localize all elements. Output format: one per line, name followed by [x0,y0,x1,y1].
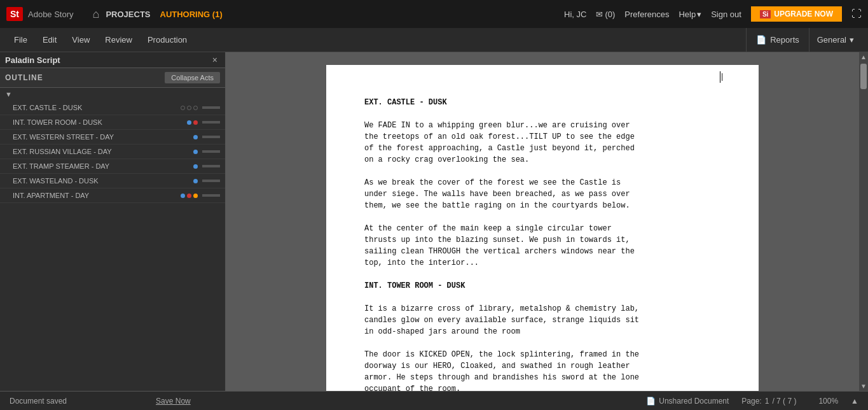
script-page[interactable]: | EXT. CASTLE - DUSK We FADE IN to a whi… [326,65,759,391]
unshared-area: 📄 Unshared Document [646,397,729,406]
outline-item-5[interactable]: EXT. WASTELAND - DUSK [0,174,225,188]
home-icon[interactable]: ⌂ [93,8,100,21]
bar-indicator [202,121,220,124]
outline-item-4[interactable]: EXT. TRAMP STEAMER - DAY [0,159,225,174]
document-saved-label: Document saved [10,397,67,406]
save-now-link[interactable]: Save Now [156,397,191,406]
outline-item-1[interactable]: INT. TOWER ROOM - DUSK [0,115,225,130]
logo-box: St [6,7,23,21]
mail-area[interactable]: ✉ (0) [596,10,615,19]
script-action-2: At the center of the main keep a single … [364,223,720,269]
sidebar-title: Paladin Script [5,55,60,65]
page-info: Page: 1 / 7 ( 7 ) [741,397,796,406]
outline-group-arrow: ▼ [0,88,225,101]
dot-blue-6 [181,194,185,198]
content-area: Paladin Script × OUTLINE Collapse Acts ▼… [0,52,868,391]
script-scene-heading-1: INT. TOWER ROOM - DUSK [364,280,720,292]
script-action-0: We FADE IN to a whipping green blur...we… [364,120,720,166]
dot-red-1 [193,120,198,125]
dot-empty [181,106,185,110]
dot-blue-1 [187,120,191,125]
scrollbar-thumb[interactable] [860,64,867,89]
outline-title: OUTLINE [5,73,43,82]
fullscreen-icon[interactable]: ⛶ [851,8,862,20]
menu-review[interactable]: Review [97,28,140,52]
collapse-acts-button[interactable]: Collapse Acts [165,72,220,83]
general-chevron-icon: ▾ [850,35,854,45]
sidebar-header: Paladin Script × [0,52,225,68]
logo-area: St Adobe Story [6,7,74,21]
menu-file[interactable]: File [6,28,35,52]
top-nav-right: Hi, JC ✉ (0) Preferences Help ▾ Sign out… [564,6,862,22]
script-action-1: As we break the cover of the forest we s… [364,177,720,211]
menu-edit[interactable]: Edit [35,28,64,52]
page-total: / 7 ( 7 ) [772,397,796,406]
sidebar: Paladin Script × OUTLINE Collapse Acts ▼… [0,52,226,391]
scrollbar-up-arrow[interactable]: ▲ [860,53,867,60]
outline-item-label-0: EXT. CASTLE - DUSK [13,104,82,111]
bar-indicator [202,180,220,182]
script-scrollbar[interactable]: ▲ ▼ [859,52,868,391]
upgrade-si-icon: Si [760,10,771,18]
reports-button[interactable]: 📄 Reports [746,28,809,52]
cursor: | [720,71,720,83]
bar-indicator [202,150,220,153]
dot-blue-5 [193,179,198,183]
status-bar: Document saved Save Now 📄 Unshared Docum… [0,391,868,410]
zoom-up-icon[interactable]: ▲ [851,397,858,406]
top-nav: St Adobe Story ⌂ PROJECTS AUTHORING (1) … [0,0,868,28]
dot-empty [193,106,198,110]
projects-link[interactable]: PROJECTS [106,10,150,19]
outline-header: OUTLINE Collapse Acts [0,68,225,88]
menu-view[interactable]: View [64,28,97,52]
sidebar-close-button[interactable]: × [210,55,220,65]
greeting: Hi, JC [564,10,586,19]
script-area[interactable]: | EXT. CASTLE - DUSK We FADE IN to a whi… [226,52,859,391]
outline-item-label-2: EXT. WESTERN STREET - DAY [13,133,114,141]
page-number: 1 [765,397,769,406]
outline-item-label-6: INT. APARTMENT - DAY [13,192,89,199]
outline-item-3[interactable]: EXT. RUSSIAN VILLAGE - DAY [0,145,225,159]
general-dropdown[interactable]: General ▾ [809,28,862,52]
page-label: Page: [741,397,761,406]
bar-indicator [202,194,220,197]
outline-item-label-4: EXT. TRAMP STEAMER - DAY [13,162,109,170]
bar-indicator [202,106,220,109]
signout-link[interactable]: Sign out [711,10,741,19]
outline-item-6[interactable]: INT. APARTMENT - DAY [0,188,225,203]
outline-item-2[interactable]: EXT. WESTERN STREET - DAY [0,130,225,145]
menu-production[interactable]: Production [140,28,195,52]
outline-list: ▼ EXT. CASTLE - DUSK INT. TOWER ROOM - D… [0,88,225,391]
app-name: Adobe Story [28,10,74,19]
upgrade-button[interactable]: Si UPGRADE NOW [751,6,842,22]
dot-red-6 [187,194,191,198]
dot-blue-3 [193,150,198,154]
outline-item-label-3: EXT. RUSSIAN VILLAGE - DAY [13,148,112,155]
reports-doc-icon: 📄 [756,35,766,45]
outline-item-label-5: EXT. WASTELAND - DUSK [13,177,99,185]
dot-orange-6 [193,194,198,198]
dot-blue-2 [193,135,198,139]
outline-item-label-1: INT. TOWER ROOM - DUSK [13,118,102,126]
unshared-doc-icon: 📄 [646,397,656,406]
dot-blue-4 [193,164,198,169]
zoom-level: 100% [818,397,838,406]
script-action-4: The door is KICKED OPEN, the lock splint… [364,349,720,391]
preferences-link[interactable]: Preferences [624,10,669,19]
authoring-link[interactable]: AUTHORING (1) [160,10,223,19]
help-chevron-icon: ▾ [697,10,701,19]
script-action-3: It is a bizarre cross of library, metals… [364,303,720,337]
unshared-label: Unshared Document [659,397,729,406]
help-link[interactable]: Help ▾ [679,10,701,19]
outline-item-0[interactable]: EXT. CASTLE - DUSK [0,101,225,115]
script-scene-heading-0: EXT. CASTLE - DUSK [364,97,720,108]
scrollbar-down-arrow[interactable]: ▼ [860,383,867,390]
bar-indicator [202,136,220,138]
bar-indicator [202,165,220,167]
menu-bar: File Edit View Review Production 📄 Repor… [0,28,868,52]
dot-empty [187,106,191,110]
